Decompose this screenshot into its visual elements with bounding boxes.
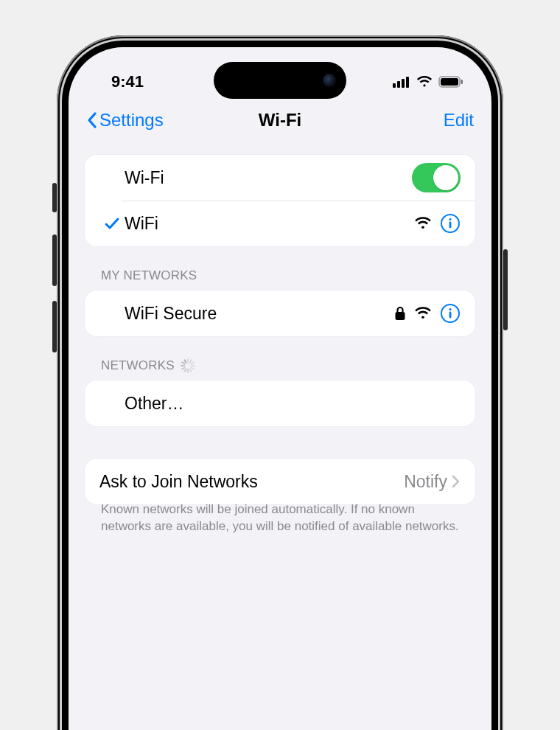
- network-row[interactable]: WiFi Secure: [85, 291, 475, 336]
- wifi-toggle-card: Wi-Fi WiFi: [85, 155, 475, 246]
- cellular-icon: [393, 76, 410, 88]
- battery-icon: [438, 76, 463, 88]
- connected-network-row[interactable]: WiFi: [85, 201, 475, 246]
- svg-rect-2: [402, 79, 405, 88]
- volume-down-button: [52, 301, 57, 352]
- network-name: WiFi Secure: [125, 304, 217, 324]
- wifi-signal-icon: [415, 307, 431, 320]
- wifi-toggle-row: Wi-Fi: [85, 155, 475, 201]
- info-icon[interactable]: [440, 213, 461, 234]
- my-networks-header-label: MY NETWORKS: [101, 268, 197, 283]
- volume-up-button: [52, 234, 57, 286]
- dynamic-island: [214, 62, 346, 99]
- svg-rect-10: [396, 312, 405, 320]
- wifi-toggle[interactable]: [412, 163, 461, 192]
- ask-to-join-label: Ask to Join Networks: [99, 472, 258, 492]
- edit-button[interactable]: Edit: [444, 110, 474, 131]
- networks-header: NETWORKS: [85, 358, 475, 380]
- svg-rect-6: [461, 80, 463, 84]
- screen: 9:41: [69, 47, 491, 730]
- my-networks-card: WiFi Secure: [85, 291, 475, 336]
- phone-frame: 9:41: [57, 35, 503, 730]
- status-time: 9:41: [111, 72, 144, 91]
- info-icon[interactable]: [440, 303, 461, 324]
- svg-rect-0: [393, 83, 396, 88]
- connected-network-name: WiFi: [125, 214, 158, 234]
- svg-point-12: [449, 308, 451, 310]
- chevron-right-icon: [452, 475, 461, 488]
- ask-to-join-value: Notify: [404, 472, 447, 492]
- footer-text: Known networks will be joined automatica…: [85, 501, 475, 553]
- my-networks-header: MY NETWORKS: [85, 268, 475, 291]
- lock-icon: [394, 306, 406, 321]
- wifi-status-icon: [416, 76, 433, 88]
- power-button: [503, 249, 508, 330]
- front-camera: [323, 74, 336, 87]
- back-button[interactable]: Settings: [86, 110, 164, 131]
- nav-bar: Settings Wi-Fi Edit: [69, 99, 491, 142]
- side-button: [52, 183, 57, 212]
- svg-rect-13: [449, 312, 452, 319]
- ask-to-join-card: Ask to Join Networks Notify: [85, 459, 475, 504]
- wifi-signal-icon: [415, 217, 431, 230]
- wifi-toggle-label: Wi-Fi: [125, 168, 164, 188]
- svg-rect-1: [397, 81, 400, 88]
- chevron-left-icon: [86, 111, 98, 129]
- networks-card: Other…: [85, 380, 475, 426]
- back-label: Settings: [99, 110, 164, 131]
- other-network-row[interactable]: Other…: [85, 380, 475, 426]
- svg-rect-5: [441, 78, 458, 86]
- svg-rect-3: [406, 77, 409, 88]
- other-label: Other…: [125, 394, 184, 414]
- svg-rect-9: [449, 222, 452, 229]
- svg-point-8: [449, 218, 451, 220]
- ask-to-join-row[interactable]: Ask to Join Networks Notify: [85, 459, 475, 504]
- spinner-icon: [181, 358, 195, 373]
- checkmark-icon: [99, 215, 125, 232]
- networks-header-label: NETWORKS: [101, 358, 175, 373]
